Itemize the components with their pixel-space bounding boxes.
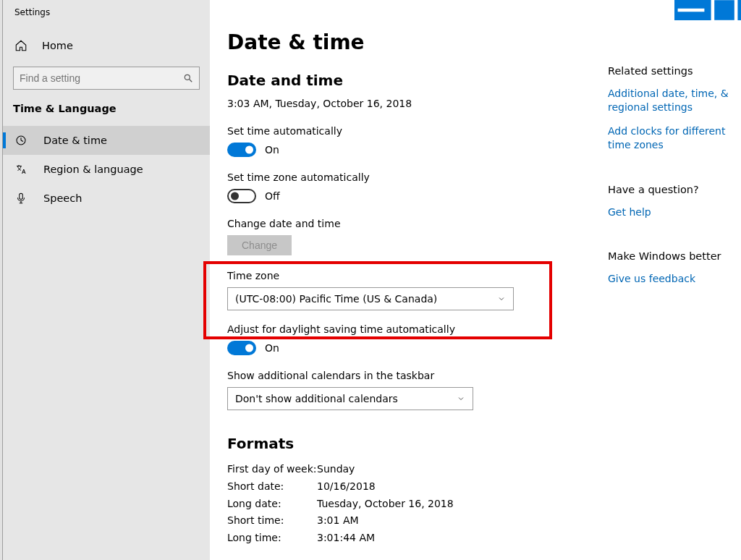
chevron-down-icon <box>457 394 465 403</box>
feedback-heading: Make Windows better <box>608 250 741 262</box>
svg-line-3 <box>190 80 192 82</box>
set-tz-auto-state: Off <box>265 190 280 202</box>
set-time-auto-state: On <box>265 144 279 156</box>
clock-icon <box>14 134 27 147</box>
page-title: Date & time <box>227 30 604 54</box>
first-day-value: Sunday <box>317 461 355 478</box>
add-clocks-link[interactable]: Add clocks for different time zones <box>608 124 741 152</box>
maximize-icon <box>708 0 741 27</box>
chevron-down-icon <box>497 294 506 303</box>
get-help-link[interactable]: Get help <box>608 205 741 219</box>
question-heading: Have a question? <box>608 184 741 195</box>
svg-rect-7 <box>20 193 23 199</box>
formats-table: First day of week:Sunday Short date:10/1… <box>227 461 604 547</box>
current-datetime: 3:03 AM, Tuesday, October 16, 2018 <box>227 98 604 109</box>
long-date-label: Long date: <box>227 496 317 513</box>
right-pane: Related settings Additional date, time, … <box>608 65 741 318</box>
dst-toggle[interactable] <box>227 341 256 355</box>
minimize-icon <box>674 0 708 27</box>
sidebar: Settings Home Time & Language Date & tim… <box>3 0 210 560</box>
long-time-value: 3:01:44 AM <box>317 530 375 547</box>
main-content: Date & time Date and time 3:03 AM, Tuesd… <box>210 0 604 547</box>
svg-line-6 <box>21 140 23 142</box>
search-icon <box>183 73 193 83</box>
nav-speech-label: Speech <box>43 192 82 204</box>
timezone-label: Time zone <box>227 270 604 281</box>
window-maximize-button[interactable] <box>708 0 741 20</box>
timezone-value: (UTC-08:00) Pacific Time (US & Canada) <box>235 293 437 305</box>
long-date-value: Tuesday, October 16, 2018 <box>317 496 454 513</box>
short-date-label: Short date: <box>227 478 317 496</box>
additional-date-settings-link[interactable]: Additional date, time, & regional settin… <box>608 87 741 114</box>
long-time-label: Long time: <box>227 530 317 547</box>
nav-speech[interactable]: Speech <box>3 184 210 213</box>
language-icon <box>14 163 27 176</box>
additional-calendars-dropdown[interactable]: Don't show additional calendars <box>227 387 473 410</box>
set-time-auto-label: Set time automatically <box>227 125 604 137</box>
search-input[interactable] <box>20 72 183 84</box>
sidebar-heading: Time & Language <box>3 103 210 126</box>
first-day-label: First day of week: <box>227 461 317 478</box>
svg-rect-1 <box>713 0 736 22</box>
section-date-time: Date and time <box>227 72 604 89</box>
nav-date-time[interactable]: Date & time <box>3 126 210 155</box>
feedback-link[interactable]: Give us feedback <box>608 272 741 286</box>
search-box[interactable] <box>13 67 200 90</box>
nav-region-language-label: Region & language <box>43 164 143 175</box>
home-icon <box>14 39 27 52</box>
related-settings-heading: Related settings <box>608 65 741 77</box>
svg-point-2 <box>185 75 190 80</box>
window-minimize-button[interactable] <box>674 0 708 20</box>
nav-date-time-label: Date & time <box>43 135 107 146</box>
section-formats: Formats <box>227 435 604 452</box>
change-datetime-label: Change date and time <box>227 218 604 229</box>
nav-selected-indicator <box>3 132 6 148</box>
dst-state: On <box>265 342 279 354</box>
microphone-icon <box>14 192 27 205</box>
dst-label: Adjust for daylight saving time automati… <box>227 323 604 335</box>
app-title: Settings <box>3 7 210 33</box>
short-date-value: 10/16/2018 <box>317 478 376 496</box>
nav-home-label: Home <box>42 40 73 51</box>
set-time-auto-toggle[interactable] <box>227 143 256 157</box>
window-titlebar-buttons <box>674 0 741 20</box>
set-tz-auto-toggle[interactable] <box>227 189 256 203</box>
change-button: Change <box>227 235 292 255</box>
additional-calendars-value: Don't show additional calendars <box>235 393 398 404</box>
set-tz-auto-label: Set time zone automatically <box>227 171 604 183</box>
short-time-label: Short time: <box>227 512 317 530</box>
nav-home[interactable]: Home <box>3 33 210 58</box>
timezone-dropdown[interactable]: (UTC-08:00) Pacific Time (US & Canada) <box>227 287 514 310</box>
additional-calendars-label: Show additional calendars in the taskbar <box>227 370 604 381</box>
nav-region-language[interactable]: Region & language <box>3 155 210 184</box>
short-time-value: 3:01 AM <box>317 512 359 530</box>
